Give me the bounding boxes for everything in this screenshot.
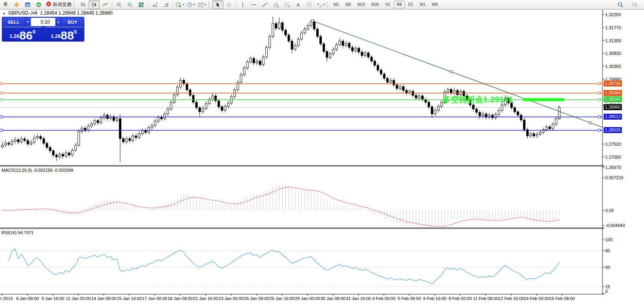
sell-price[interactable]: 1.28 86 0 — [3, 27, 42, 41]
horizontal-line-1.28512[interactable] — [0, 116, 602, 118]
new-order-button[interactable]: 单 — [0, 0, 11, 9]
line-chart-icon — [102, 2, 108, 8]
timeframe-m1[interactable]: M1 — [330, 1, 342, 8]
navigator-button[interactable] — [22, 0, 33, 9]
text-label-button[interactable]: T — [304, 0, 315, 9]
price-tick-label: 1.31770 — [605, 25, 621, 30]
timeframe-m30[interactable]: M30 — [368, 1, 382, 8]
periods-icon — [187, 2, 193, 8]
sell-button[interactable]: SELL — [3, 18, 25, 26]
arrows-button[interactable]: ▾ — [315, 0, 326, 9]
dropdown-caret-icon[interactable]: ▾ — [183, 3, 184, 6]
chart-canvas[interactable] — [0, 0, 644, 304]
macd-scale-label: -0.004943 — [605, 223, 625, 228]
time-axis-label: 5 Feb 08:00 — [398, 296, 421, 301]
new-chart-button[interactable]: ▾ — [174, 0, 185, 9]
timeframe-h4[interactable]: H4 — [394, 1, 405, 8]
horizontal-line-1.28026[interactable] — [0, 129, 602, 131]
price-tick-label: 1.27050 — [605, 155, 621, 160]
line-chart-button[interactable] — [100, 0, 111, 9]
volume-decrease-button[interactable]: ▼ — [25, 18, 30, 26]
timeframe-w1[interactable]: W1 — [416, 1, 429, 8]
svg-text:F: F — [289, 5, 290, 8]
equidistant-channel-icon: E — [273, 2, 279, 8]
time-axis-label: 8 Feb 00:00 — [449, 296, 472, 301]
candles[interactable] — [2, 17, 561, 162]
bar-chart-button[interactable] — [77, 0, 89, 9]
buy-button[interactable]: BUY — [62, 18, 83, 26]
timeframes-group: M1M5M15M30H1H4D1W1MN — [330, 1, 441, 8]
periods-button[interactable]: ▾ — [185, 0, 196, 9]
timeframe-h1[interactable]: H1 — [382, 1, 394, 8]
search-icon — [617, 2, 623, 8]
rsi-line — [9, 249, 559, 284]
search-button[interactable] — [615, 0, 626, 9]
macd-scale-label: 0.007216 — [605, 175, 623, 180]
auto-scroll-button[interactable] — [161, 0, 172, 9]
arrows-icon — [316, 2, 322, 8]
market-watch-button[interactable] — [11, 0, 22, 9]
market-watch-icon — [13, 2, 20, 8]
timeframe-mn[interactable]: MN — [429, 1, 441, 8]
time-axis-label: 14 Feb 00:00 — [524, 296, 550, 301]
price-tick-label: 1.30360 — [605, 64, 621, 69]
buy-price-pip: 5 — [74, 29, 77, 35]
descending-trendline[interactable] — [311, 20, 602, 128]
toolbar-grip[interactable] — [208, 2, 211, 8]
trendline-button[interactable] — [259, 0, 270, 9]
dropdown-caret-icon[interactable]: ▾ — [323, 3, 325, 6]
auto-scroll-icon — [163, 2, 169, 8]
buy-price[interactable]: 1.28 88 5 — [45, 27, 83, 41]
fibonacci-button[interactable]: F — [281, 0, 293, 9]
pivot-annotation-text[interactable]: 多空转折点1.29141 — [443, 94, 513, 105]
cursor-button[interactable] — [212, 0, 223, 9]
volume-increase-button[interactable]: ▲ — [56, 18, 61, 26]
price-badge-1.28512: 1.28512 — [604, 114, 622, 120]
timeframe-m15[interactable]: M15 — [354, 1, 368, 8]
signals-button[interactable] — [33, 0, 44, 9]
zoom-out-button[interactable] — [125, 0, 136, 9]
macd-signal-line — [2, 187, 559, 227]
toolbar-separator — [148, 1, 148, 8]
text-button[interactable]: A — [293, 0, 304, 9]
time-axis-label: 14 Jan 08:00 — [91, 296, 117, 301]
price-tick-label: 1.27520 — [605, 142, 621, 146]
horizontal-line-button[interactable] — [248, 0, 259, 9]
horizontal-line-1.29726[interactable] — [0, 83, 602, 85]
time-axis-label: 29 Jan 00:00 — [295, 296, 320, 301]
rsi-scale-label: 0 — [605, 289, 608, 294]
chat-button[interactable] — [629, 0, 640, 9]
time-axis-label: 24 Jan 08:00 — [244, 296, 269, 301]
zoom-in-button[interactable] — [113, 0, 125, 9]
timeframe-m5[interactable]: M5 — [342, 1, 354, 8]
buy-price-big: 88 — [61, 30, 74, 41]
time-axis-label: 12 Feb 16:00 — [499, 296, 524, 301]
horizontal-line-icon — [251, 2, 257, 8]
equidistant-channel-button[interactable]: E — [270, 0, 281, 9]
price-tick-label: 1.31300 — [605, 38, 621, 43]
templates-button[interactable]: ▾ — [196, 0, 208, 9]
fibonacci-icon: F — [284, 2, 290, 8]
mt4-window: 单 自动交易 ▾▾▾ EFAT▾ M1M5M15M30H1H4D1W1MN ▲ … — [0, 0, 644, 304]
toolbar-separator — [173, 1, 173, 8]
ohlc-values: 1.28454 1.28949 1.28445 1.28860 — [40, 10, 113, 16]
scroll-to-end-button[interactable] — [149, 0, 161, 9]
vertical-line-button[interactable] — [237, 0, 248, 9]
candlestick-button[interactable] — [89, 0, 100, 9]
new-chart-icon — [176, 2, 182, 8]
highlight-bar[interactable] — [523, 98, 565, 101]
toolbar-grip[interactable] — [327, 2, 329, 8]
autotrading-button[interactable]: 自动交易 — [44, 0, 73, 9]
toolbar-grip[interactable] — [74, 2, 76, 8]
autotrading-icon — [45, 1, 52, 7]
collapse-arrow-icon[interactable]: ▲ — [2, 11, 6, 15]
dropdown-caret-icon[interactable]: ▾ — [194, 3, 195, 6]
rsi-label: RSI(14) 54.7971 — [2, 230, 34, 235]
time-axis-label: 21 Jan 16:00 — [193, 296, 218, 301]
bar-chart-icon — [80, 2, 86, 8]
timeframe-d1[interactable]: D1 — [405, 1, 416, 8]
dropdown-caret-icon[interactable]: ▾ — [205, 3, 206, 6]
volume-input[interactable]: 0.10 — [31, 18, 55, 26]
tile-windows-button[interactable] — [136, 0, 147, 9]
crosshair-button[interactable] — [223, 0, 234, 9]
